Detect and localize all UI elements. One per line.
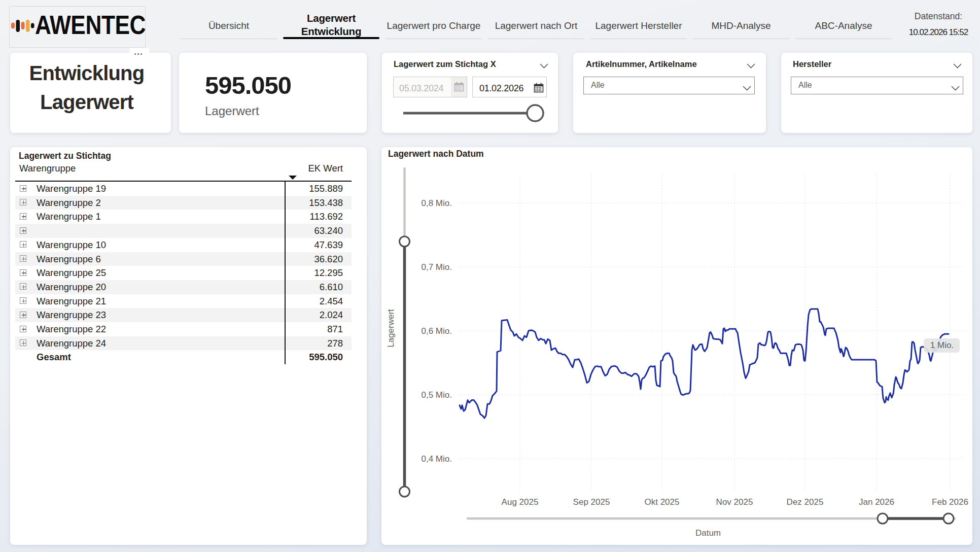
svg-text:0,7 Mio.: 0,7 Mio. [422, 262, 452, 272]
svg-text:Dez 2025: Dez 2025 [787, 497, 824, 507]
svg-text:0,4 Mio.: 0,4 Mio. [422, 454, 452, 464]
svg-text:1 Mio.: 1 Mio. [930, 340, 954, 350]
svg-text:Datum: Datum [695, 528, 721, 538]
svg-text:Jan 2026: Jan 2026 [859, 497, 894, 507]
svg-text:Feb 2026: Feb 2026 [932, 497, 968, 507]
svg-text:0,6 Mio.: 0,6 Mio. [422, 326, 452, 336]
svg-text:Okt 2025: Okt 2025 [645, 497, 680, 507]
svg-text:Nov 2025: Nov 2025 [716, 497, 753, 507]
svg-text:Aug 2025: Aug 2025 [502, 497, 539, 507]
svg-text:0,5 Mio.: 0,5 Mio. [422, 390, 452, 400]
svg-text:0,8 Mio.: 0,8 Mio. [422, 198, 452, 208]
svg-text:Sep 2025: Sep 2025 [573, 497, 610, 507]
svg-text:Lagerwert: Lagerwert [386, 309, 396, 348]
